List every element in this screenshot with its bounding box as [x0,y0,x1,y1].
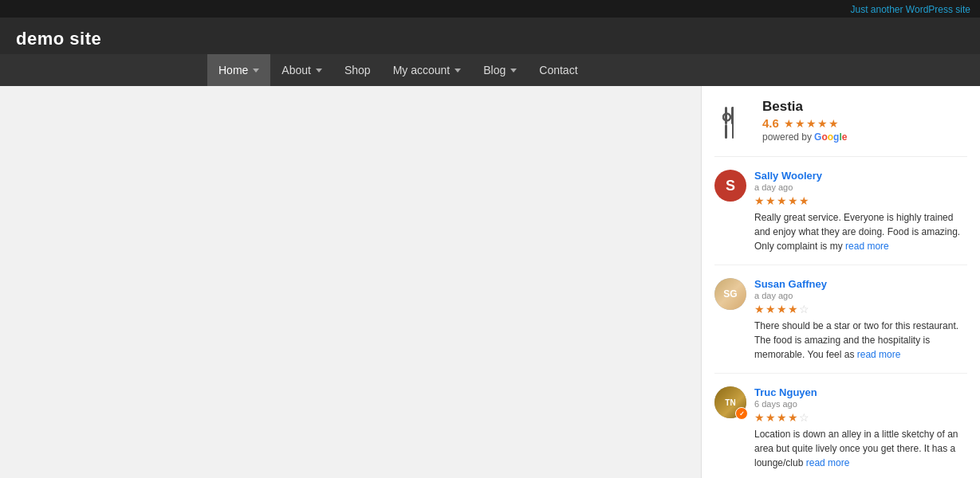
chevron-down-icon [253,69,259,72]
nav-item-blog[interactable]: Blog [472,54,528,86]
google-logo: Google [814,131,847,143]
review-text-3: Location is down an alley in a little sk… [754,427,967,470]
site-wrapper: Just another WordPress site demo site Ho… [0,0,980,478]
review-text-2: There should be a star or two for this r… [754,319,967,362]
review-2: SG Susan Gaffney a day ago ★ ★ ★ ★ ☆ The… [714,278,967,374]
read-more-2[interactable]: read more [857,349,901,360]
verified-badge: ✓ [735,407,748,420]
star-2: ★ [795,117,805,130]
review-3: TN ✓ Truc Nguyen 6 days ago ★ ★ ★ ★ ☆ [714,386,967,478]
review-time-1: a day ago [754,182,967,192]
main-area [0,86,701,478]
review-stars-2: ★ ★ ★ ★ ☆ [754,303,967,315]
restaurant-name: Bestia [762,99,847,115]
chevron-down-icon [316,69,322,72]
chevron-down-icon [455,69,461,72]
avatar-sally: S [714,170,746,202]
nav-item-myaccount[interactable]: My account [382,54,473,86]
nav-item-home[interactable]: Home [207,54,270,86]
reviewer-name-1[interactable]: Sally Woolery [754,170,967,182]
rating-stars: ★ ★ ★ ★ ★ [784,117,839,130]
svg-rect-5 [732,120,734,139]
review-body-1: Sally Woolery a day ago ★ ★ ★ ★ ★ Really… [754,170,967,253]
star-4: ★ [817,117,828,130]
svg-rect-4 [725,124,727,139]
nav-list: Home About Shop My [207,54,773,86]
main-navigation: Home About Shop My [0,54,980,86]
review-time-2: a day ago [754,291,967,300]
read-more-3[interactable]: read more [806,457,850,468]
nav-item-shop[interactable]: Shop [333,54,382,86]
site-header: demo site Home About [0,18,980,86]
chevron-down-icon [510,69,517,72]
rating-row: 4.6 ★ ★ ★ ★ ★ [762,116,847,130]
svg-rect-3 [732,107,734,120]
nav-link-home[interactable]: Home [207,54,270,86]
powered-by: powered by Google [762,131,847,143]
nav-link-about[interactable]: About [270,54,333,86]
site-content: Bestia 4.6 ★ ★ ★ ★ ★ powered by [0,86,980,478]
sidebar: Bestia 4.6 ★ ★ ★ ★ ★ powered by [701,86,980,478]
nav-link-blog[interactable]: Blog [472,54,528,86]
site-branding: demo site [0,18,980,54]
review-text-1: Really great service. Everyone is highly… [754,210,967,253]
review-body-2: Susan Gaffney a day ago ★ ★ ★ ★ ☆ There … [754,278,967,362]
review-1: S Sally Woolery a day ago ★ ★ ★ ★ ★ Real… [714,170,967,265]
admin-bar-link[interactable]: Just another WordPress site [850,4,970,15]
admin-bar: Just another WordPress site [0,0,980,18]
rating-number: 4.6 [762,116,779,130]
review-stars-3: ★ ★ ★ ★ ☆ [754,411,967,424]
avatar-truc: TN ✓ [714,386,746,418]
nav-link-contact[interactable]: Contact [528,54,588,86]
nav-link-myaccount[interactable]: My account [382,54,473,86]
star-3: ★ [806,117,817,130]
nav-item-contact[interactable]: Contact [528,54,588,86]
nav-item-about[interactable]: About [270,54,333,86]
nav-link-shop[interactable]: Shop [333,54,382,86]
avatar-susan: SG [714,278,746,310]
star-1: ★ [784,117,794,130]
star-5: ★ [828,117,839,130]
reviewer-name-2[interactable]: Susan Gaffney [754,278,967,290]
restaurant-header: Bestia 4.6 ★ ★ ★ ★ ★ powered by [714,99,967,157]
read-more-1[interactable]: read more [845,241,889,252]
review-time-3: 6 days ago [754,399,967,409]
review-stars-1: ★ ★ ★ ★ ★ [754,194,967,207]
reviewer-name-3[interactable]: Truc Nguyen [754,386,967,398]
review-body-3: Truc Nguyen 6 days ago ★ ★ ★ ★ ☆ Locatio… [754,386,967,470]
site-title: demo site [16,29,101,49]
restaurant-icon [714,99,753,147]
restaurant-info: Bestia 4.6 ★ ★ ★ ★ ★ powered by [762,99,847,143]
